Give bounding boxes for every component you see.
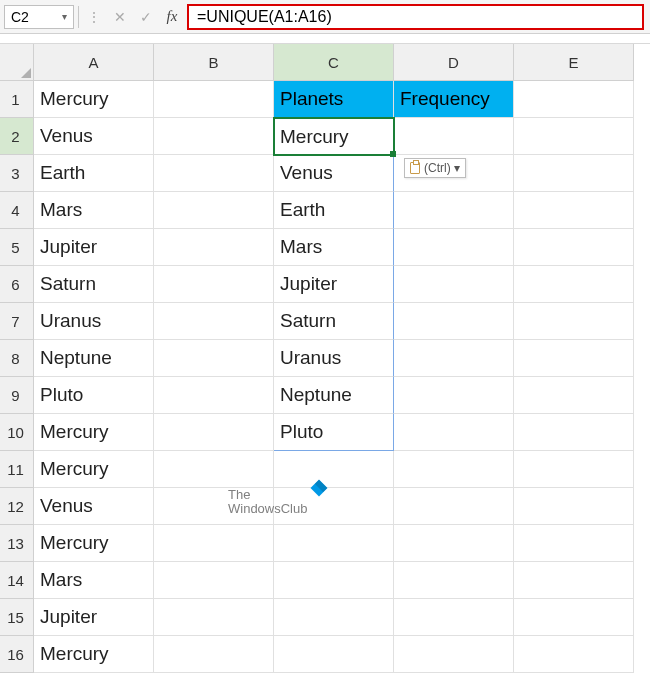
formula-input[interactable]: =UNIQUE(A1:A16) <box>187 4 644 30</box>
cell-E6[interactable] <box>514 266 634 303</box>
cell-E13[interactable] <box>514 525 634 562</box>
cell-E16[interactable] <box>514 636 634 673</box>
cell-B8[interactable] <box>154 340 274 377</box>
cell-E1[interactable] <box>514 81 634 118</box>
cell-C13[interactable] <box>274 525 394 562</box>
cell-B5[interactable] <box>154 229 274 266</box>
row-header-2[interactable]: 2 <box>0 118 34 155</box>
cell-B1[interactable] <box>154 81 274 118</box>
cell-D16[interactable] <box>394 636 514 673</box>
more-icon[interactable]: ⋮ <box>83 6 105 28</box>
row-header-14[interactable]: 14 <box>0 562 34 599</box>
cell-A5[interactable]: Jupiter <box>34 229 154 266</box>
cell-B3[interactable] <box>154 155 274 192</box>
cell-B6[interactable] <box>154 266 274 303</box>
row-header-11[interactable]: 11 <box>0 451 34 488</box>
cell-C2[interactable]: Mercury <box>274 118 394 155</box>
cell-A7[interactable]: Uranus <box>34 303 154 340</box>
cell-D15[interactable] <box>394 599 514 636</box>
cell-E14[interactable] <box>514 562 634 599</box>
cell-E9[interactable] <box>514 377 634 414</box>
cell-B15[interactable] <box>154 599 274 636</box>
cell-A14[interactable]: Mars <box>34 562 154 599</box>
cell-D4[interactable] <box>394 192 514 229</box>
cell-C16[interactable] <box>274 636 394 673</box>
cell-D12[interactable] <box>394 488 514 525</box>
cell-C3[interactable]: Venus <box>274 155 394 192</box>
cell-A12[interactable]: Venus <box>34 488 154 525</box>
cell-E15[interactable] <box>514 599 634 636</box>
cell-E7[interactable] <box>514 303 634 340</box>
cell-E2[interactable] <box>514 118 634 155</box>
cell-C7[interactable]: Saturn <box>274 303 394 340</box>
cell-C11[interactable] <box>274 451 394 488</box>
row-header-4[interactable]: 4 <box>0 192 34 229</box>
row-header-15[interactable]: 15 <box>0 599 34 636</box>
cell-E11[interactable] <box>514 451 634 488</box>
cell-D1[interactable]: Frequency <box>394 81 514 118</box>
cell-C8[interactable]: Uranus <box>274 340 394 377</box>
cell-C6[interactable]: Jupiter <box>274 266 394 303</box>
cell-C9[interactable]: Neptune <box>274 377 394 414</box>
cell-A9[interactable]: Pluto <box>34 377 154 414</box>
cell-D13[interactable] <box>394 525 514 562</box>
chevron-down-icon[interactable]: ▾ <box>62 11 67 22</box>
column-header-D[interactable]: D <box>394 44 514 81</box>
cell-B13[interactable] <box>154 525 274 562</box>
cell-D8[interactable] <box>394 340 514 377</box>
cell-B10[interactable] <box>154 414 274 451</box>
cell-D6[interactable] <box>394 266 514 303</box>
cell-B7[interactable] <box>154 303 274 340</box>
fx-icon[interactable]: fx <box>161 6 183 28</box>
enter-icon[interactable]: ✓ <box>135 6 157 28</box>
row-header-3[interactable]: 3 <box>0 155 34 192</box>
cell-E3[interactable] <box>514 155 634 192</box>
cell-A8[interactable]: Neptune <box>34 340 154 377</box>
cell-C10[interactable]: Pluto <box>274 414 394 451</box>
cell-B9[interactable] <box>154 377 274 414</box>
cell-D5[interactable] <box>394 229 514 266</box>
row-header-8[interactable]: 8 <box>0 340 34 377</box>
cell-A1[interactable]: Mercury <box>34 81 154 118</box>
cell-B11[interactable] <box>154 451 274 488</box>
row-header-9[interactable]: 9 <box>0 377 34 414</box>
cell-B16[interactable] <box>154 636 274 673</box>
column-header-B[interactable]: B <box>154 44 274 81</box>
cell-B2[interactable] <box>154 118 274 155</box>
cell-C5[interactable]: Mars <box>274 229 394 266</box>
cell-D10[interactable] <box>394 414 514 451</box>
row-header-12[interactable]: 12 <box>0 488 34 525</box>
cell-C1[interactable]: Planets <box>274 81 394 118</box>
cell-A6[interactable]: Saturn <box>34 266 154 303</box>
cell-C4[interactable]: Earth <box>274 192 394 229</box>
cell-A4[interactable]: Mars <box>34 192 154 229</box>
cell-E10[interactable] <box>514 414 634 451</box>
cell-D2[interactable] <box>394 118 514 155</box>
column-header-C[interactable]: C <box>274 44 394 81</box>
cell-A16[interactable]: Mercury <box>34 636 154 673</box>
column-header-E[interactable]: E <box>514 44 634 81</box>
cell-A11[interactable]: Mercury <box>34 451 154 488</box>
column-header-A[interactable]: A <box>34 44 154 81</box>
row-header-13[interactable]: 13 <box>0 525 34 562</box>
cell-E4[interactable] <box>514 192 634 229</box>
spreadsheet-grid[interactable]: ABCDE1MercuryPlanetsFrequency2VenusMercu… <box>0 44 650 673</box>
row-header-5[interactable]: 5 <box>0 229 34 266</box>
cell-C14[interactable] <box>274 562 394 599</box>
cell-B14[interactable] <box>154 562 274 599</box>
row-header-16[interactable]: 16 <box>0 636 34 673</box>
row-header-1[interactable]: 1 <box>0 81 34 118</box>
select-all-corner[interactable] <box>0 44 34 81</box>
cell-A3[interactable]: Earth <box>34 155 154 192</box>
cell-D7[interactable] <box>394 303 514 340</box>
cell-D11[interactable] <box>394 451 514 488</box>
row-header-6[interactable]: 6 <box>0 266 34 303</box>
cell-C15[interactable] <box>274 599 394 636</box>
cell-D9[interactable] <box>394 377 514 414</box>
cell-C12[interactable] <box>274 488 394 525</box>
cell-E12[interactable] <box>514 488 634 525</box>
cell-B12[interactable] <box>154 488 274 525</box>
cancel-icon[interactable]: ✕ <box>109 6 131 28</box>
paste-options-tag[interactable]: (Ctrl) ▾ <box>404 158 466 178</box>
cell-A13[interactable]: Mercury <box>34 525 154 562</box>
